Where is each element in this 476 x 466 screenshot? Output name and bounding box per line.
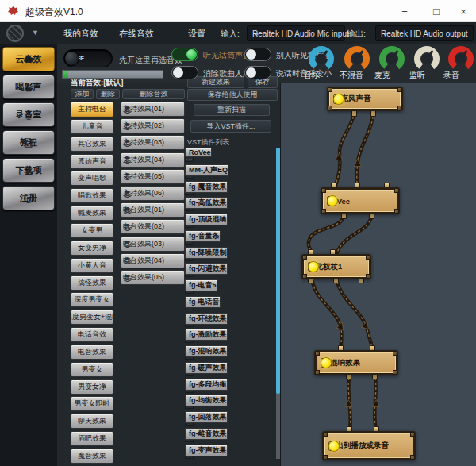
category-item[interactable]: 唱歌效果 (71, 188, 113, 203)
import-vst-button[interactable]: 导入VST插件... (190, 120, 271, 133)
knob-music[interactable]: 音乐 (304, 45, 339, 82)
tab-online-effects[interactable]: 在线音效 (114, 22, 159, 44)
saved-effect-item[interactable]: 主持效果(06) (121, 186, 185, 201)
category-item[interactable]: 其它效果 (71, 137, 113, 152)
sidebar-item-cloud[interactable]: 云音效 (2, 47, 55, 71)
led-indicator[interactable] (333, 94, 344, 105)
vst-plugin-item[interactable]: fg-魔音效果 (185, 181, 228, 193)
category-item[interactable]: 喊麦效果 (71, 206, 113, 221)
category-item[interactable]: 女变男净 (71, 241, 113, 256)
delete-button[interactable]: 删除 (96, 89, 120, 99)
sidebar-item-microphone[interactable]: 录音室 (2, 102, 55, 127)
category-item[interactable]: 男变女 (71, 362, 113, 377)
close-button[interactable]: × (449, 0, 476, 22)
sidebar-item-applause[interactable]: 喝彩声 (2, 75, 55, 99)
category-item[interactable]: 搞怪效果 (71, 275, 113, 291)
knob-icon[interactable] (6, 25, 24, 42)
saved-effect-item[interactable]: 主持效果(01) (121, 102, 185, 117)
category-item[interactable]: 儿童音 (71, 119, 113, 134)
category-item[interactable]: 深度男变女 (71, 292, 113, 307)
sidebar-item-register[interactable]: R注册 (2, 186, 55, 210)
toggle-2[interactable] (244, 48, 271, 61)
knob-record[interactable]: 录音 (443, 45, 476, 82)
saved-effect-item[interactable]: 主持效果(02) (121, 118, 185, 133)
input-device-select[interactable]: Realtek HD Audio Mic input ▾ (247, 25, 345, 41)
category-item[interactable]: 深度男变女+混响 (71, 310, 113, 325)
vst-plugin-item[interactable]: fg-电话音 (185, 296, 221, 308)
save-for-others-button[interactable]: 保存给他人使用 (187, 89, 278, 101)
layers-icon (123, 106, 132, 114)
saved-effect-item[interactable]: 电台效果(02) (121, 219, 185, 234)
tab-my-effects[interactable]: 我的音效 (59, 22, 103, 44)
saved-effect-item[interactable]: 主持效果(04) (121, 152, 185, 168)
dropdown-caret-icon[interactable]: ▼ (32, 29, 39, 37)
category-item[interactable]: 男变女净 (71, 379, 113, 395)
vst-plugin-item[interactable]: RoVee (185, 148, 212, 157)
vst-plugin-item[interactable]: fg-降噪限制 (185, 247, 228, 259)
output-device-select[interactable]: Realtek HD Audio output ▾ (375, 25, 474, 41)
category-item[interactable]: 主持电台 (71, 102, 113, 117)
vst-plugin-row: MM-人声EQ (185, 164, 275, 179)
toggle-4[interactable] (244, 66, 271, 79)
saved-effect-item[interactable]: 电台效果(05) (121, 270, 185, 285)
maximize-button[interactable]: □ (422, 0, 451, 22)
vst-plugin-row: fg-顶级混响 (185, 214, 275, 228)
toggle-1[interactable] (171, 48, 198, 61)
saved-effect-item[interactable]: 主持效果(05) (121, 169, 185, 184)
delete-effect-button[interactable]: 删除音效 (122, 89, 185, 99)
led-indicator[interactable] (308, 261, 319, 272)
category-item[interactable]: 原始声音 (71, 154, 113, 169)
vst-plugin-item[interactable]: fg-混响效果 (185, 345, 228, 357)
category-item[interactable]: 魔音效果 (71, 449, 113, 464)
category-item[interactable]: 聊天效果 (71, 414, 113, 429)
category-item[interactable]: 酒吧效果 (71, 431, 113, 446)
category-item[interactable]: 电话音效 (71, 327, 113, 342)
rescan-button[interactable]: 重新扫描 (194, 104, 270, 116)
category-item[interactable]: 女变男 (71, 223, 113, 238)
graph-node-rovee[interactable]: RoVee (321, 187, 400, 214)
category-item[interactable]: 变声唱歌 (71, 171, 113, 186)
power-toggle-knob (64, 51, 79, 66)
corner-bracket (366, 274, 370, 279)
vst-plugin-item[interactable]: fg-变声效果 (185, 445, 228, 456)
led-indicator[interactable] (321, 357, 332, 368)
saved-effect-item[interactable]: 电台效果(01) (121, 202, 185, 218)
master-power-toggle[interactable]: OFF (63, 49, 113, 67)
layers-icon (123, 256, 132, 264)
knob-no-mix[interactable]: 不混音 (340, 45, 374, 82)
current-effect-label: 当前音效:[默认] (71, 78, 124, 88)
vst-plugin-item[interactable]: MM-人声EQ (185, 164, 228, 176)
vst-plugin-item[interactable]: fg-回落效果 (185, 411, 228, 423)
sidebar-item-tutorial[interactable]: 教程 (2, 130, 55, 155)
vst-plugin-item[interactable]: fg-多段均衡 (185, 379, 228, 391)
add-button[interactable]: 添加 (71, 89, 94, 99)
vst-plugin-item[interactable]: fg-电音5 (185, 279, 217, 291)
graph-node-output[interactable]: 输出到播放或录音 (322, 431, 416, 460)
vst-plugin-item[interactable]: fg-暖声效果 (185, 362, 228, 374)
saved-effect-item[interactable]: 电台效果(04) (121, 253, 185, 268)
knob-monitor[interactable]: 监听 (409, 45, 444, 82)
led-indicator[interactable] (327, 195, 338, 206)
saved-effect-item[interactable]: 电台效果(03) (121, 237, 185, 252)
minimize-button[interactable]: − (390, 0, 419, 22)
category-item[interactable]: 男变女即时 (71, 396, 113, 411)
vst-plugin-item[interactable]: fg-音量条 (185, 230, 221, 242)
toggle-3[interactable] (171, 66, 198, 79)
vst-plugin-item[interactable]: fg-激励效果 (185, 329, 228, 341)
vst-plugin-item[interactable]: fg-均衡效果 (185, 395, 228, 406)
vst-plugin-item[interactable]: fg-高低效果 (185, 197, 228, 209)
category-item[interactable]: 电音效果 (71, 345, 113, 360)
category-item[interactable]: 小黄人音 (71, 258, 113, 273)
led-indicator[interactable] (328, 441, 340, 452)
tab-settings[interactable]: 设置 (183, 22, 210, 44)
sidebar-item-download[interactable]: 下载项 (2, 158, 55, 183)
graph-node-purify-staff[interactable]: 净化权杖1 (301, 254, 371, 279)
graph-node-mic-input[interactable]: 麦克风声音 (327, 87, 403, 111)
vst-plugin-item[interactable]: fg-顶级混响 (185, 214, 228, 225)
knob-mic[interactable]: 麦克 (374, 45, 409, 82)
vst-plugin-item[interactable]: fg-环绕效果 (185, 313, 228, 325)
graph-node-fg-reverb[interactable]: fg-混响效果 (314, 350, 398, 375)
vst-plugin-item[interactable]: fg-雌音效果 (185, 428, 228, 440)
saved-effect-item[interactable]: 主持效果(03) (121, 135, 185, 150)
vst-plugin-item[interactable]: fg-闪避效果 (185, 263, 228, 275)
